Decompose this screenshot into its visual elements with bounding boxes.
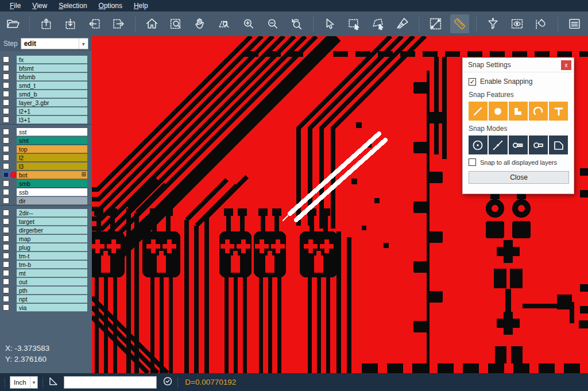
layer-row[interactable]: sst — [0, 127, 92, 136]
layer-visibility-checkbox[interactable] — [3, 154, 9, 161]
snap-all-layers-checkbox[interactable] — [469, 158, 476, 166]
layer-name[interactable]: npt — [17, 295, 87, 303]
layer-row[interactable]: fx — [0, 55, 92, 64]
snap-pad-icon[interactable] — [489, 102, 508, 121]
layer-name[interactable]: 2dir-- — [17, 209, 87, 217]
layer-name[interactable]: bot — [17, 171, 87, 179]
layer-row[interactable]: target — [0, 217, 92, 226]
layer-name[interactable]: fx — [17, 56, 87, 64]
select-polygon-icon[interactable] — [369, 14, 388, 33]
layer-visibility-checkbox[interactable] — [3, 73, 9, 80]
layer-name[interactable]: layer_3.gbr — [17, 99, 87, 107]
layer-row[interactable]: out — [0, 277, 92, 286]
dialog-title-bar[interactable]: Snap Settings x — [463, 58, 574, 72]
layer-visibility-checkbox[interactable] — [3, 218, 9, 224]
layer-row[interactable]: dir — [0, 196, 92, 205]
layer-visibility-checkbox[interactable] — [3, 172, 9, 178]
layer-visibility-checkbox[interactable] — [3, 146, 9, 152]
select-pointer-icon[interactable] — [320, 14, 339, 33]
layer-row[interactable]: plug — [0, 243, 92, 251]
snap-slot-round-icon[interactable] — [529, 136, 548, 154]
measure-input[interactable] — [64, 376, 157, 389]
layer-row[interactable]: tm-t — [0, 251, 92, 260]
layer-row[interactable]: smd_t — [0, 81, 92, 90]
layer-name[interactable]: dirgerber — [17, 226, 87, 234]
layer-row[interactable]: l2 — [0, 153, 92, 162]
layer-name[interactable]: smt — [17, 137, 87, 145]
clear-highlight-icon[interactable] — [393, 14, 412, 33]
layer-row[interactable]: tm-b — [0, 260, 92, 269]
snap-text-icon[interactable] — [549, 102, 568, 121]
auto-apply-icon[interactable] — [163, 376, 173, 389]
import-up-icon[interactable] — [37, 14, 56, 33]
layer-name[interactable]: mt — [17, 269, 87, 277]
layer-row[interactable]: l3 — [0, 162, 92, 171]
layer-name[interactable]: pth — [17, 287, 87, 295]
layer-visibility-checkbox[interactable] — [3, 198, 9, 204]
zoom-window-icon[interactable] — [167, 14, 185, 33]
zoom-out-icon[interactable] — [263, 14, 282, 33]
snap-slot-horizontal-icon[interactable] — [509, 136, 528, 154]
layer-row[interactable]: layer_3.gbr — [0, 98, 92, 107]
layer-table-icon[interactable] — [565, 14, 584, 33]
layer-name[interactable]: l2+1 — [17, 107, 87, 115]
import-down-icon[interactable] — [61, 14, 80, 33]
layer-name[interactable]: l3+1 — [17, 116, 87, 124]
zoom-in-icon[interactable] — [239, 14, 258, 33]
snap-magnet-icon[interactable] — [532, 14, 551, 33]
layer-visibility-checkbox[interactable] — [3, 108, 9, 114]
layer-row[interactable]: via — [0, 303, 92, 312]
layer-name[interactable]: tm-b — [17, 261, 87, 269]
zoom-previous-icon[interactable] — [287, 14, 306, 33]
layer-name[interactable]: sst — [17, 128, 87, 136]
import-left-icon[interactable] — [85, 14, 104, 33]
close-button[interactable]: Close — [469, 171, 569, 184]
layer-name[interactable]: ssb — [17, 188, 87, 196]
layer-row[interactable]: l3+1 — [0, 115, 92, 124]
layer-name[interactable]: via — [17, 304, 87, 312]
layer-visibility-checkbox[interactable] — [3, 163, 9, 169]
layer-visibility-checkbox[interactable] — [3, 56, 9, 63]
pan-hand-icon[interactable] — [191, 14, 210, 33]
snap-outline-icon[interactable] — [549, 136, 568, 154]
layer-name[interactable]: out — [17, 278, 87, 286]
zoom-polygon-icon[interactable] — [215, 14, 234, 33]
close-icon[interactable]: x — [561, 60, 571, 70]
layer-visibility-checkbox[interactable] — [3, 235, 9, 242]
angle-measure-icon[interactable] — [48, 375, 59, 389]
layer-visibility-checkbox[interactable] — [3, 129, 9, 135]
home-view-icon[interactable] — [142, 14, 161, 33]
step-select[interactable]: edit ▾ — [21, 38, 88, 49]
snap-midpoint-icon[interactable] — [489, 136, 508, 154]
snap-line-icon[interactable] — [469, 102, 488, 121]
layer-name[interactable]: plug — [17, 243, 87, 251]
layer-name[interactable]: dir — [17, 197, 87, 205]
layer-visibility-checkbox[interactable] — [3, 137, 9, 144]
layer-row[interactable]: pth — [0, 286, 92, 295]
layer-visibility-checkbox[interactable] — [3, 253, 9, 259]
menu-view[interactable]: View — [27, 1, 52, 11]
layer-visibility-checkbox[interactable] — [3, 287, 9, 293]
layer-visibility-checkbox[interactable] — [3, 278, 9, 285]
layer-visibility-checkbox[interactable] — [3, 270, 9, 276]
layer-visibility-checkbox[interactable] — [3, 65, 9, 71]
layer-visibility-checkbox[interactable] — [3, 210, 9, 216]
layer-name[interactable]: top — [17, 145, 87, 153]
layer-name[interactable]: smb — [17, 180, 87, 188]
layer-row[interactable]: top — [0, 145, 92, 153]
layer-row[interactable]: map — [0, 234, 92, 243]
layer-row[interactable]: 2dir-- — [0, 208, 92, 217]
menu-file[interactable]: File — [5, 1, 26, 11]
layer-name[interactable]: l2 — [17, 154, 87, 162]
layer-name[interactable]: map — [17, 235, 87, 243]
layer-name[interactable]: bfsmb — [17, 73, 87, 81]
layer-visibility-checkbox[interactable] — [3, 296, 9, 302]
layer-visibility-checkbox[interactable] — [3, 189, 9, 195]
layer-name[interactable]: bfsmt — [17, 64, 87, 72]
layer-row[interactable]: bfsmt — [0, 64, 92, 72]
layer-row[interactable]: dirgerber — [0, 226, 92, 234]
layer-row[interactable]: ssb — [0, 188, 92, 196]
layer-row[interactable]: l2+1 — [0, 107, 92, 115]
layer-visibility-checkbox[interactable] — [3, 244, 9, 250]
measure-ruler-icon[interactable] — [450, 14, 469, 33]
